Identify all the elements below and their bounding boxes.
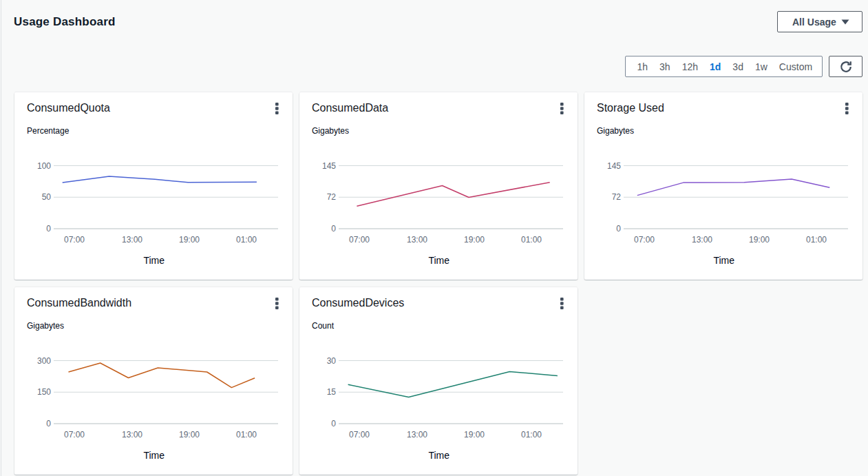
svg-text:30: 30 <box>327 356 337 366</box>
svg-text:13:00: 13:00 <box>122 235 142 245</box>
svg-text:01:00: 01:00 <box>521 235 542 245</box>
svg-text:13:00: 13:00 <box>407 430 427 439</box>
svg-text:07:00: 07:00 <box>634 235 655 245</box>
svg-text:0: 0 <box>46 224 51 234</box>
svg-text:19:00: 19:00 <box>464 235 485 245</box>
svg-text:0: 0 <box>616 224 621 234</box>
svg-text:13:00: 13:00 <box>122 430 142 439</box>
svg-text:13:00: 13:00 <box>692 235 712 245</box>
svg-text:07:00: 07:00 <box>64 235 85 245</box>
svg-text:Time: Time <box>428 450 449 461</box>
svg-text:Time: Time <box>143 450 165 461</box>
svg-text:150: 150 <box>37 387 51 397</box>
svg-text:19:00: 19:00 <box>179 430 200 439</box>
svg-text:07:00: 07:00 <box>64 430 85 439</box>
svg-text:300: 300 <box>37 356 51 366</box>
svg-text:0: 0 <box>331 224 336 234</box>
svg-text:19:00: 19:00 <box>464 430 485 439</box>
svg-text:15: 15 <box>327 387 337 397</box>
svg-text:07:00: 07:00 <box>349 430 370 439</box>
svg-text:Time: Time <box>713 255 734 266</box>
svg-text:0: 0 <box>331 419 336 428</box>
svg-text:01:00: 01:00 <box>236 430 257 439</box>
svg-text:07:00: 07:00 <box>349 235 370 245</box>
svg-text:01:00: 01:00 <box>521 430 542 439</box>
svg-text:Time: Time <box>143 255 165 266</box>
svg-text:145: 145 <box>322 161 336 171</box>
svg-text:Time: Time <box>428 255 449 266</box>
svg-text:19:00: 19:00 <box>179 235 200 245</box>
svg-text:19:00: 19:00 <box>749 235 770 245</box>
svg-text:145: 145 <box>607 161 621 171</box>
svg-text:01:00: 01:00 <box>806 235 827 245</box>
svg-text:0: 0 <box>46 419 51 428</box>
svg-text:72: 72 <box>327 192 337 202</box>
svg-text:50: 50 <box>42 192 52 202</box>
svg-text:100: 100 <box>37 161 51 171</box>
svg-text:13:00: 13:00 <box>407 235 427 245</box>
svg-text:72: 72 <box>612 192 622 202</box>
svg-text:01:00: 01:00 <box>236 235 257 245</box>
